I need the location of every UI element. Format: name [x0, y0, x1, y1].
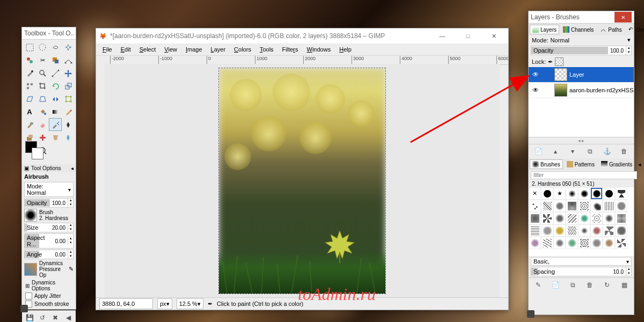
foreground-select-tool[interactable] [49, 54, 62, 67]
tab-channels[interactable]: Channels [560, 25, 596, 34]
blend-tool[interactable] [49, 105, 62, 118]
raise-layer-icon[interactable]: ▴ [551, 147, 560, 156]
tab-paths[interactable]: Paths [597, 25, 625, 34]
h-scrollbar[interactable]: ◂ ▸ [529, 137, 634, 144]
main-titlebar[interactable]: 🦊 *[aaron-burden-rd2yxHSSatU-unsplash] (… [96, 28, 508, 43]
layer-row-0[interactable]: 👁 Layer [529, 67, 634, 83]
brush-cell[interactable] [590, 224, 603, 237]
layers-close-button[interactable]: ✕ [614, 12, 632, 23]
reset-icon[interactable]: ◀ [63, 313, 73, 322]
shear-tool[interactable] [23, 92, 36, 105]
menu-file[interactable]: File [98, 45, 116, 54]
brush-cell[interactable] [566, 212, 578, 224]
brush-picker[interactable]: Brush2. Hardness [24, 209, 74, 222]
brush-cell[interactable] [566, 224, 578, 237]
layers-resize-grip[interactable] [527, 310, 535, 318]
zoom-tool[interactable] [36, 67, 49, 79]
duplicate-brush-icon[interactable]: ⧉ [568, 280, 577, 290]
brush-cell[interactable] [615, 212, 627, 224]
tab-layers[interactable]: Layers [530, 25, 559, 34]
text-tool[interactable]: A [23, 105, 36, 118]
measure-tool[interactable] [49, 67, 62, 79]
blur-tool[interactable] [62, 131, 75, 144]
brush-cell[interactable] [541, 224, 553, 237]
new-layer-icon[interactable]: 📄 [533, 147, 543, 156]
menu-colors[interactable]: Colors [230, 45, 255, 54]
brush-cell[interactable] [590, 212, 603, 224]
brush-cell[interactable] [578, 237, 590, 249]
layer-opacity-slider[interactable]: Opacity100.0▴▾ [531, 46, 632, 55]
free-select-tool[interactable] [49, 41, 62, 54]
lock-alpha-icon[interactable] [555, 57, 564, 66]
tab-undo[interactable]: ↶Undo [626, 25, 644, 34]
rotate-tool[interactable] [49, 79, 62, 92]
brush-filter-input[interactable] [531, 171, 637, 179]
brush-cell[interactable] [603, 224, 615, 237]
brush-cell[interactable] [541, 237, 553, 249]
brush-cell[interactable] [529, 224, 541, 237]
brush-cell[interactable] [529, 200, 541, 212]
toolbox-resize-grip[interactable] [20, 305, 28, 312]
edit-brush-icon[interactable]: ✎ [533, 280, 543, 290]
paths-tool[interactable] [62, 54, 75, 67]
maximize-button[interactable]: □ [457, 28, 479, 43]
size-slider[interactable]: Size20.00▴▾ [24, 223, 74, 232]
airbrush-tool[interactable] [49, 118, 62, 131]
minimize-button[interactable]: — [431, 28, 453, 43]
brush-cell[interactable]: ✕ [529, 187, 541, 200]
brush-cell[interactable] [578, 187, 590, 200]
brush-cell[interactable] [553, 212, 566, 224]
save-preset-icon[interactable]: 💾 [25, 313, 34, 322]
pencil-tool[interactable] [62, 105, 75, 118]
paintbrush-tool[interactable] [23, 118, 36, 131]
move-tool[interactable] [62, 67, 75, 79]
tab-brushes[interactable]: Brushes [530, 159, 563, 169]
brush-cell[interactable] [603, 212, 615, 224]
menu-help[interactable]: Help [335, 45, 356, 54]
spacing-slider[interactable]: Spacing10.0▴▾ [531, 267, 632, 276]
brush-cell[interactable] [590, 200, 603, 212]
zoom-select[interactable]: 12.5 % ▾ [177, 298, 203, 309]
flip-tool[interactable] [49, 92, 62, 105]
open-brush-as-image-icon[interactable]: ▦ [619, 280, 629, 290]
angle-slider[interactable]: Angle0.00▴▾ [24, 250, 74, 259]
brush-cell[interactable] [566, 200, 578, 212]
brush-cell[interactable] [553, 237, 566, 249]
brush-cell[interactable] [566, 187, 578, 200]
brush-cell[interactable] [615, 237, 627, 249]
brush-cell[interactable] [603, 237, 615, 249]
menu-filters[interactable]: Filters [278, 45, 303, 54]
layers-titlebar[interactable]: Layers - Brushes ✕ [529, 11, 634, 24]
delete-brush-icon[interactable]: 🗑 [585, 280, 595, 290]
layer-row-1[interactable]: 👁 aaron-burden-rd2yxHSSatU-unspla [529, 83, 634, 98]
fuzzy-select-tool[interactable] [62, 41, 75, 54]
opacity-slider[interactable]: Opacity100.0▴▾ [24, 198, 74, 208]
brush-cell[interactable] [541, 212, 553, 224]
brush-cell[interactable] [529, 212, 541, 224]
perspective-clone-tool[interactable] [49, 131, 62, 144]
vertical-ruler[interactable] [96, 64, 105, 298]
select-by-color-tool[interactable] [23, 54, 36, 67]
brush-cell[interactable] [615, 200, 627, 212]
smooth-stroke-checkbox[interactable]: Smooth stroke [22, 300, 76, 308]
menu-edit[interactable]: Edit [116, 45, 135, 54]
brush-cell[interactable] [566, 237, 578, 249]
perspective-tool[interactable] [36, 92, 49, 105]
brush-cell[interactable] [578, 212, 590, 224]
brush-cell[interactable] [615, 224, 627, 237]
scale-tool[interactable] [62, 79, 75, 92]
brush-cell[interactable] [590, 187, 603, 200]
menu-windows[interactable]: Windows [303, 45, 335, 54]
restore-preset-icon[interactable]: ↺ [38, 313, 47, 322]
lower-layer-icon[interactable]: ▾ [568, 147, 577, 156]
brush-cell[interactable]: ★ [553, 187, 566, 200]
brush-cell[interactable] [578, 224, 590, 237]
color-picker-tool[interactable] [23, 67, 36, 79]
delete-preset-icon[interactable]: ✖ [50, 313, 60, 322]
brush-cell[interactable] [603, 187, 615, 200]
tab-menu-icon[interactable]: ◂ [636, 161, 643, 168]
brush-cell[interactable] [578, 200, 590, 212]
crop-tool[interactable] [36, 79, 49, 92]
brush-cell[interactable] [553, 200, 566, 212]
unit-select[interactable]: px ▾ [157, 298, 172, 309]
